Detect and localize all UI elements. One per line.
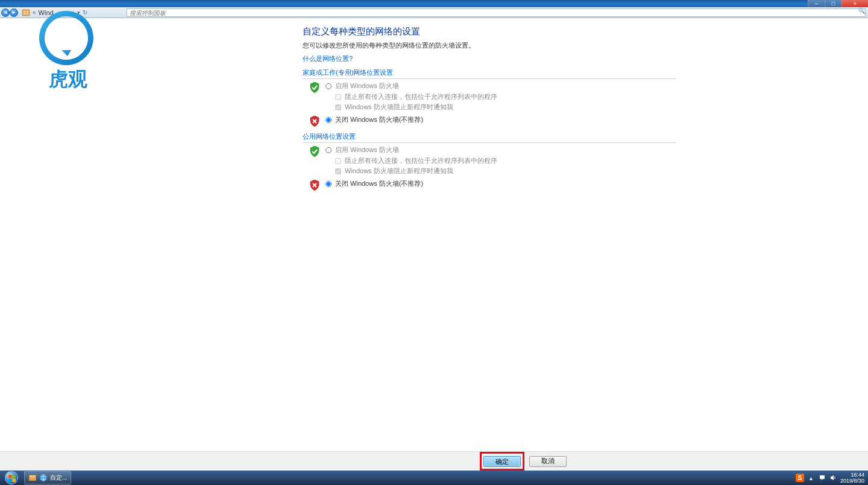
- explorer-navbar: ◄ ► « Wind... ▾ ↻ 🔍: [0, 7, 868, 18]
- private-notify-checkbox: [335, 104, 341, 110]
- public-blockall-label: 阻止所有传入连接，包括位于允许程序列表中的程序: [345, 156, 497, 165]
- maximize-button[interactable]: □: [825, 0, 841, 7]
- refresh-button[interactable]: ↻: [83, 9, 87, 16]
- private-notify-label: Windows 防火墙阻止新程序时通知我: [345, 103, 453, 112]
- globe-icon: [39, 474, 48, 482]
- svg-rect-6: [13, 475, 16, 478]
- tray-time-text: 16:44: [840, 472, 864, 478]
- sogou-ime-icon[interactable]: S: [796, 474, 804, 482]
- svg-rect-8: [13, 479, 16, 483]
- start-button[interactable]: [0, 471, 23, 485]
- nav-forward-button[interactable]: ►: [10, 8, 18, 17]
- help-link[interactable]: 什么是网络位置?: [303, 55, 353, 62]
- page-subtitle: 您可以修改您所使用的每种类型的网络位置的防火墙设置。: [303, 41, 676, 50]
- public-disable-radio[interactable]: [326, 181, 332, 187]
- svg-rect-4: [27, 13, 29, 14]
- control-panel-icon: [28, 474, 37, 482]
- taskbar-item[interactable]: 自定...: [24, 471, 71, 484]
- windows-logo-icon: [5, 471, 18, 484]
- public-notify-label: Windows 防火墙阻止新程序时通知我: [345, 166, 453, 176]
- volume-icon[interactable]: [829, 474, 837, 481]
- tray-clock[interactable]: 16:44 2019/8/30: [840, 472, 867, 484]
- public-blockall-checkbox: [335, 158, 341, 164]
- shield-red-icon: [309, 179, 321, 191]
- private-disable-label: 关闭 Windows 防火墙(不推荐): [335, 115, 423, 124]
- breadcrumb-dropdown[interactable]: ▾: [77, 10, 80, 16]
- shield-green-icon: [309, 145, 321, 157]
- tray-overflow-icon[interactable]: ▴: [808, 474, 815, 481]
- action-center-icon[interactable]: [819, 474, 826, 481]
- dialog-footer: 确定 取消: [0, 451, 868, 471]
- private-network-header: 家庭或工作(专用)网络位置设置: [303, 68, 676, 79]
- minimize-button[interactable]: ─: [808, 0, 825, 7]
- public-enable-label: 启用 Windows 防火墙: [335, 145, 399, 154]
- private-blockall-checkbox: [335, 94, 341, 100]
- content-area: 自定义每种类型的网络的设置 您可以修改您所使用的每种类型的网络位置的防火墙设置。…: [0, 18, 868, 451]
- svg-rect-2: [27, 10, 29, 12]
- private-enable-label: 启用 Windows 防火墙: [335, 81, 399, 90]
- svg-rect-1: [24, 10, 26, 12]
- breadcrumb-separator: «: [33, 9, 36, 16]
- public-notify-checkbox: [335, 168, 341, 174]
- taskbar-item-label: 自定...: [50, 474, 67, 482]
- cancel-button[interactable]: 取消: [529, 456, 567, 467]
- system-tray: S ▴ 16:44 2019/8/30: [796, 471, 867, 485]
- search-input[interactable]: [130, 10, 863, 16]
- svg-rect-7: [8, 479, 12, 483]
- tray-date-text: 2019/8/30: [840, 478, 864, 484]
- ok-button[interactable]: 确定: [483, 456, 521, 467]
- nav-back-button[interactable]: ◄: [1, 8, 10, 17]
- shield-red-icon: [309, 115, 321, 127]
- search-box[interactable]: [127, 8, 866, 17]
- close-button[interactable]: ×: [841, 0, 868, 7]
- ok-button-highlight: 确定: [480, 452, 524, 471]
- svg-rect-5: [8, 475, 12, 478]
- public-disable-label: 关闭 Windows 防火墙(不推荐): [335, 179, 423, 188]
- svg-rect-3: [24, 13, 26, 14]
- private-enable-radio[interactable]: [326, 83, 332, 89]
- svg-rect-11: [33, 476, 36, 478]
- window-titlebar: ─ □ ×: [0, 0, 868, 7]
- control-panel-icon: [22, 8, 30, 17]
- private-blockall-label: 阻止所有传入连接，包括位于允许程序列表中的程序: [345, 92, 497, 101]
- svg-rect-10: [30, 476, 33, 478]
- search-icon[interactable]: 🔍: [858, 8, 865, 14]
- taskbar: 自定... S ▴ 16:44 2019/8/30: [0, 471, 868, 485]
- public-enable-radio[interactable]: [326, 147, 332, 153]
- breadcrumb-item[interactable]: Wind...: [39, 9, 59, 16]
- page-title: 自定义每种类型的网络的设置: [303, 26, 676, 37]
- public-network-header: 公用网络位置设置: [303, 132, 676, 143]
- private-disable-radio[interactable]: [326, 117, 332, 123]
- shield-green-icon: [309, 81, 321, 94]
